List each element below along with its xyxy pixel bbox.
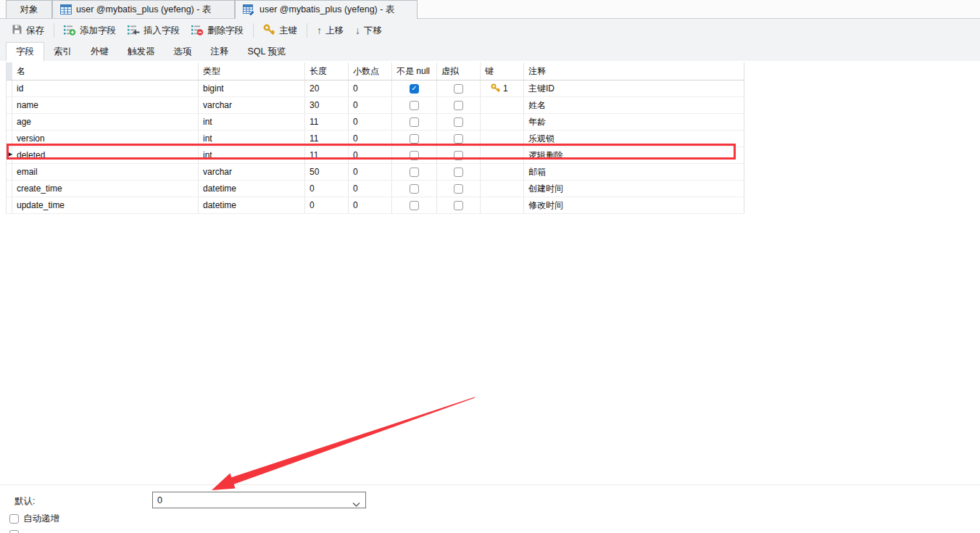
save-button[interactable]: 保存 (6, 21, 50, 40)
not-null-checkbox[interactable] (410, 184, 419, 194)
cell-comment[interactable]: 修改时间 (524, 197, 744, 213)
cell-comment[interactable]: 主键ID (524, 80, 744, 96)
cell-length[interactable]: 11 (305, 147, 349, 163)
cell-name[interactable]: update_time (12, 197, 199, 213)
cell-name[interactable]: email (12, 164, 199, 180)
cell-length[interactable]: 0 (305, 181, 349, 197)
cell-decimals[interactable]: 0 (349, 164, 392, 180)
cell-decimals[interactable]: 0 (349, 114, 392, 130)
cell-type[interactable]: varchar (199, 97, 305, 113)
not-null-checkbox[interactable] (410, 117, 419, 127)
virtual-checkbox[interactable] (454, 168, 463, 177)
clipped-checkbox[interactable] (9, 530, 19, 533)
cell-type[interactable]: int (199, 131, 305, 146)
cell-decimals[interactable]: 0 (349, 197, 392, 213)
cell-key[interactable] (481, 131, 524, 146)
auto-increment-checkbox[interactable] (9, 514, 19, 524)
cell-type[interactable]: varchar (199, 164, 305, 180)
save-label: 保存 (26, 25, 44, 37)
cell-key[interactable] (481, 181, 524, 197)
cell-key[interactable] (481, 147, 524, 163)
cell-type[interactable]: int (199, 147, 305, 163)
primary-key-button[interactable]: 主键 (257, 21, 303, 40)
cell-comment[interactable]: 姓名 (524, 97, 744, 113)
tab-sql-preview[interactable]: SQL 预览 (238, 42, 296, 61)
field-row-name[interactable]: name varchar 30 0 姓名 (7, 97, 744, 114)
not-null-checkbox-checked[interactable]: ✓ (410, 84, 419, 94)
cell-length[interactable]: 0 (305, 197, 349, 213)
field-row-deleted[interactable]: ▶ deleted int 11 0 逻辑删除 (7, 147, 744, 164)
cell-decimals[interactable]: 0 (349, 147, 392, 163)
cell-key[interactable]: 1 (481, 80, 524, 96)
tab-objects[interactable]: 对象 (6, 0, 52, 18)
move-down-button[interactable]: ↓ 下移 (349, 21, 388, 40)
cell-decimals[interactable]: 0 (349, 97, 392, 113)
cell-type[interactable]: datetime (199, 181, 305, 197)
row-gutter[interactable] (7, 181, 12, 197)
default-value-dropdown[interactable]: 0 (152, 492, 366, 508)
virtual-checkbox[interactable] (454, 201, 463, 210)
cell-name[interactable]: create_time (12, 181, 199, 197)
not-null-checkbox[interactable] (410, 151, 419, 160)
cell-type[interactable]: datetime (199, 197, 305, 213)
field-row-age[interactable]: age int 11 0 年龄 (7, 114, 744, 131)
not-null-checkbox[interactable] (410, 101, 419, 110)
insert-field-button[interactable]: 插入字段 (122, 21, 186, 40)
field-row-update-time[interactable]: update_time datetime 0 0 修改时间 (7, 197, 744, 214)
virtual-checkbox[interactable] (454, 151, 463, 160)
field-row-create-time[interactable]: create_time datetime 0 0 创建时间 (7, 181, 744, 197)
cell-key[interactable] (481, 164, 524, 180)
tab-table-design[interactable]: user @mybatis_plus (yefeng) - 表 (235, 0, 418, 19)
row-gutter[interactable] (7, 97, 12, 113)
cell-comment[interactable]: 逻辑删除 (524, 147, 744, 163)
cell-length[interactable]: 50 (305, 164, 349, 180)
cell-comment[interactable]: 邮箱 (524, 164, 744, 180)
tab-indexes[interactable]: 索引 (44, 42, 81, 61)
cell-decimals[interactable]: 0 (349, 80, 392, 96)
virtual-checkbox[interactable] (454, 84, 463, 94)
cell-comment[interactable]: 年龄 (524, 114, 744, 130)
cell-length[interactable]: 11 (305, 114, 349, 130)
virtual-checkbox[interactable] (454, 101, 463, 110)
cell-length[interactable]: 30 (305, 97, 349, 113)
row-gutter[interactable] (7, 164, 12, 180)
cell-length[interactable]: 20 (305, 80, 349, 96)
cell-key[interactable] (481, 114, 524, 130)
row-gutter[interactable] (7, 131, 12, 146)
not-null-checkbox[interactable] (410, 134, 419, 144)
cell-key[interactable] (481, 97, 524, 113)
cell-comment[interactable]: 创建时间 (524, 181, 744, 197)
cell-key[interactable] (481, 197, 524, 213)
move-up-button[interactable]: ↑ 上移 (311, 21, 349, 40)
cell-decimals[interactable]: 0 (349, 181, 392, 197)
cell-type[interactable]: bigint (199, 80, 305, 96)
row-gutter[interactable] (7, 80, 12, 96)
delete-field-button[interactable]: 删除字段 (186, 21, 249, 40)
not-null-checkbox[interactable] (410, 168, 419, 177)
virtual-checkbox[interactable] (454, 117, 463, 127)
tab-fields[interactable]: 字段 (6, 42, 44, 61)
field-row-email[interactable]: email varchar 50 0 邮箱 (7, 164, 744, 181)
cell-name[interactable]: id (12, 80, 199, 96)
row-gutter[interactable] (7, 114, 12, 130)
tab-comment[interactable]: 注释 (202, 42, 238, 61)
cell-length[interactable]: 11 (305, 131, 349, 146)
virtual-checkbox[interactable] (454, 184, 463, 194)
tab-triggers[interactable]: 触发器 (118, 42, 165, 61)
field-row-version[interactable]: version int 11 0 乐观锁 (7, 131, 744, 147)
field-row-id[interactable]: id bigint 20 0 ✓ 1 主键ID (7, 80, 744, 97)
tab-options[interactable]: 选项 (165, 42, 202, 61)
tab-table-view[interactable]: user @mybatis_plus (yefeng) - 表 (52, 0, 235, 18)
not-null-checkbox[interactable] (410, 201, 419, 210)
cell-name[interactable]: version (12, 131, 199, 146)
add-field-button[interactable]: 添加字段 (58, 21, 122, 40)
cell-type[interactable]: int (199, 114, 305, 130)
cell-name[interactable]: age (12, 114, 199, 130)
cell-name[interactable]: name (12, 97, 199, 113)
cell-name[interactable]: deleted (12, 147, 199, 163)
cell-decimals[interactable]: 0 (349, 131, 392, 146)
row-gutter[interactable] (7, 197, 12, 213)
tab-foreign-keys[interactable]: 外键 (81, 42, 118, 61)
virtual-checkbox[interactable] (454, 134, 463, 144)
cell-comment[interactable]: 乐观锁 (524, 131, 744, 146)
